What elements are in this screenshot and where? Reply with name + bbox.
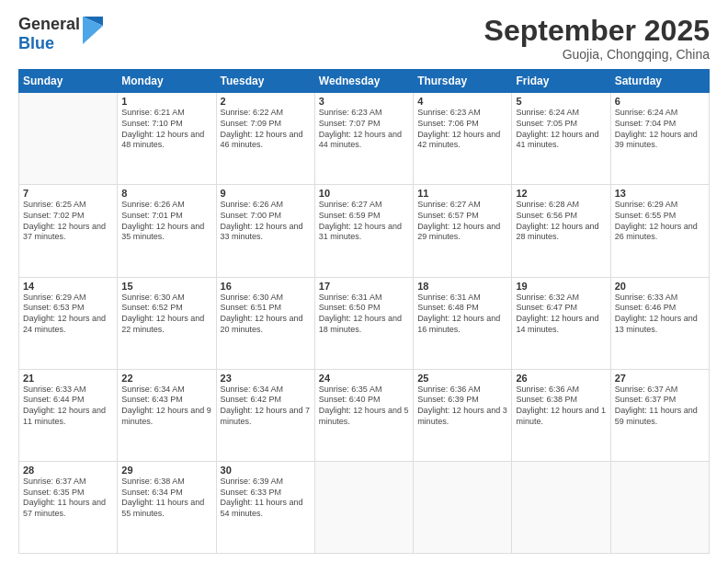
day-number: 14: [23, 281, 113, 292]
sunset-text: Sunset: 7:10 PM: [121, 119, 211, 130]
sunset-text: Sunset: 6:55 PM: [615, 211, 705, 222]
day-info: Sunrise: 6:33 AM Sunset: 6:44 PM Dayligh…: [23, 385, 113, 428]
calendar-cell: 14 Sunrise: 6:29 AM Sunset: 6:53 PM Dayl…: [19, 277, 118, 369]
day-number: 29: [121, 465, 211, 476]
daylight-text: Daylight: 12 hours and 41 minutes.: [516, 130, 606, 151]
calendar-week-0: 1 Sunrise: 6:21 AM Sunset: 7:10 PM Dayli…: [19, 93, 710, 185]
daylight-text: Daylight: 12 hours and 20 minutes.: [221, 314, 311, 335]
sunset-text: Sunset: 7:06 PM: [417, 119, 507, 130]
sunrise-text: Sunrise: 6:32 AM: [516, 293, 606, 304]
daylight-text: Daylight: 12 hours and 39 minutes.: [615, 130, 705, 151]
calendar-cell: 19 Sunrise: 6:32 AM Sunset: 6:47 PM Dayl…: [512, 277, 610, 369]
sunrise-text: Sunrise: 6:30 AM: [221, 293, 311, 304]
day-number: 22: [121, 373, 211, 384]
sunrise-text: Sunrise: 6:39 AM: [221, 477, 311, 488]
sunrise-text: Sunrise: 6:22 AM: [221, 108, 311, 119]
day-info: Sunrise: 6:25 AM Sunset: 7:02 PM Dayligh…: [23, 200, 113, 243]
daylight-text: Daylight: 12 hours and 5 minutes.: [319, 406, 409, 427]
sunset-text: Sunset: 6:38 PM: [516, 395, 606, 406]
day-number: 1: [121, 96, 211, 107]
sunset-text: Sunset: 6:42 PM: [221, 395, 311, 406]
sunrise-text: Sunrise: 6:37 AM: [615, 385, 705, 396]
logo: General Blue: [18, 15, 103, 52]
daylight-text: Daylight: 12 hours and 9 minutes.: [121, 406, 211, 427]
daylight-text: Daylight: 12 hours and 33 minutes.: [221, 222, 311, 243]
calendar-cell: [610, 461, 709, 553]
daylight-text: Daylight: 12 hours and 3 minutes.: [417, 406, 507, 427]
calendar-table: Sunday Monday Tuesday Wednesday Thursday…: [18, 69, 710, 554]
day-number: 30: [221, 465, 311, 476]
calendar-cell: 13 Sunrise: 6:29 AM Sunset: 6:55 PM Dayl…: [610, 185, 709, 277]
day-info: Sunrise: 6:24 AM Sunset: 7:04 PM Dayligh…: [615, 108, 705, 151]
sunset-text: Sunset: 7:05 PM: [516, 119, 606, 130]
calendar-cell: 28 Sunrise: 6:37 AM Sunset: 6:35 PM Dayl…: [19, 461, 118, 553]
daylight-text: Daylight: 11 hours and 55 minutes.: [121, 498, 211, 519]
sunset-text: Sunset: 6:37 PM: [615, 395, 705, 406]
day-info: Sunrise: 6:33 AM Sunset: 6:46 PM Dayligh…: [615, 293, 705, 336]
day-number: 28: [23, 465, 113, 476]
day-info: Sunrise: 6:29 AM Sunset: 6:55 PM Dayligh…: [615, 200, 705, 243]
day-number: 3: [319, 96, 409, 107]
day-info: Sunrise: 6:35 AM Sunset: 6:40 PM Dayligh…: [319, 385, 409, 428]
sunset-text: Sunset: 6:53 PM: [23, 303, 113, 314]
sunrise-text: Sunrise: 6:36 AM: [417, 385, 507, 396]
page: General Blue September 2025 Guojia, Chon…: [0, 0, 728, 563]
sunset-text: Sunset: 7:04 PM: [615, 119, 705, 130]
daylight-text: Daylight: 11 hours and 57 minutes.: [23, 498, 113, 519]
sunrise-text: Sunrise: 6:33 AM: [615, 293, 705, 304]
sunset-text: Sunset: 6:52 PM: [121, 303, 211, 314]
day-info: Sunrise: 6:22 AM Sunset: 7:09 PM Dayligh…: [221, 108, 311, 151]
calendar-cell: 20 Sunrise: 6:33 AM Sunset: 6:46 PM Dayl…: [610, 277, 709, 369]
day-info: Sunrise: 6:31 AM Sunset: 6:50 PM Dayligh…: [319, 293, 409, 336]
day-number: 19: [516, 281, 606, 292]
day-number: 20: [615, 281, 705, 292]
day-info: Sunrise: 6:26 AM Sunset: 7:00 PM Dayligh…: [221, 200, 311, 243]
calendar-week-3: 21 Sunrise: 6:33 AM Sunset: 6:44 PM Dayl…: [19, 369, 710, 461]
col-saturday: Saturday: [610, 70, 709, 93]
calendar-cell: 10 Sunrise: 6:27 AM Sunset: 6:59 PM Dayl…: [314, 185, 413, 277]
day-number: 8: [121, 188, 211, 199]
calendar-cell: 2 Sunrise: 6:22 AM Sunset: 7:09 PM Dayli…: [216, 93, 314, 185]
calendar-week-4: 28 Sunrise: 6:37 AM Sunset: 6:35 PM Dayl…: [19, 461, 710, 553]
daylight-text: Daylight: 12 hours and 42 minutes.: [417, 130, 507, 151]
day-number: 24: [319, 373, 409, 384]
calendar-cell: 16 Sunrise: 6:30 AM Sunset: 6:51 PM Dayl…: [216, 277, 314, 369]
location-subtitle: Guojia, Chongqing, China: [484, 47, 710, 62]
calendar-week-2: 14 Sunrise: 6:29 AM Sunset: 6:53 PM Dayl…: [19, 277, 710, 369]
sunrise-text: Sunrise: 6:24 AM: [516, 108, 606, 119]
sunrise-text: Sunrise: 6:35 AM: [319, 385, 409, 396]
calendar-cell: 12 Sunrise: 6:28 AM Sunset: 6:56 PM Dayl…: [512, 185, 610, 277]
sunrise-text: Sunrise: 6:31 AM: [417, 293, 507, 304]
sunrise-text: Sunrise: 6:31 AM: [319, 293, 409, 304]
day-info: Sunrise: 6:38 AM Sunset: 6:34 PM Dayligh…: [121, 477, 211, 520]
day-number: 27: [615, 373, 705, 384]
sunset-text: Sunset: 7:02 PM: [23, 211, 113, 222]
sunrise-text: Sunrise: 6:28 AM: [516, 200, 606, 211]
calendar-header-row: Sunday Monday Tuesday Wednesday Thursday…: [19, 70, 710, 93]
sunrise-text: Sunrise: 6:26 AM: [221, 200, 311, 211]
daylight-text: Daylight: 12 hours and 24 minutes.: [23, 314, 113, 335]
day-number: 5: [516, 96, 606, 107]
sunrise-text: Sunrise: 6:36 AM: [516, 385, 606, 396]
day-info: Sunrise: 6:31 AM Sunset: 6:48 PM Dayligh…: [417, 293, 507, 336]
title-block: September 2025 Guojia, Chongqing, China: [484, 15, 710, 62]
daylight-text: Daylight: 12 hours and 11 minutes.: [23, 406, 113, 427]
calendar-cell: 29 Sunrise: 6:38 AM Sunset: 6:34 PM Dayl…: [118, 461, 216, 553]
calendar-cell: 25 Sunrise: 6:36 AM Sunset: 6:39 PM Dayl…: [414, 369, 512, 461]
sunrise-text: Sunrise: 6:24 AM: [615, 108, 705, 119]
sunset-text: Sunset: 6:50 PM: [319, 303, 409, 314]
day-number: 16: [221, 281, 311, 292]
sunrise-text: Sunrise: 6:26 AM: [121, 200, 211, 211]
day-info: Sunrise: 6:29 AM Sunset: 6:53 PM Dayligh…: [23, 293, 113, 336]
day-number: 15: [121, 281, 211, 292]
sunset-text: Sunset: 6:51 PM: [221, 303, 311, 314]
day-info: Sunrise: 6:34 AM Sunset: 6:42 PM Dayligh…: [221, 385, 311, 428]
sunrise-text: Sunrise: 6:34 AM: [221, 385, 311, 396]
sunset-text: Sunset: 6:33 PM: [221, 488, 311, 499]
sunrise-text: Sunrise: 6:25 AM: [23, 200, 113, 211]
day-info: Sunrise: 6:30 AM Sunset: 6:51 PM Dayligh…: [221, 293, 311, 336]
calendar-cell: 15 Sunrise: 6:30 AM Sunset: 6:52 PM Dayl…: [118, 277, 216, 369]
sunset-text: Sunset: 6:48 PM: [417, 303, 507, 314]
col-tuesday: Tuesday: [216, 70, 314, 93]
sunset-text: Sunset: 6:57 PM: [417, 211, 507, 222]
